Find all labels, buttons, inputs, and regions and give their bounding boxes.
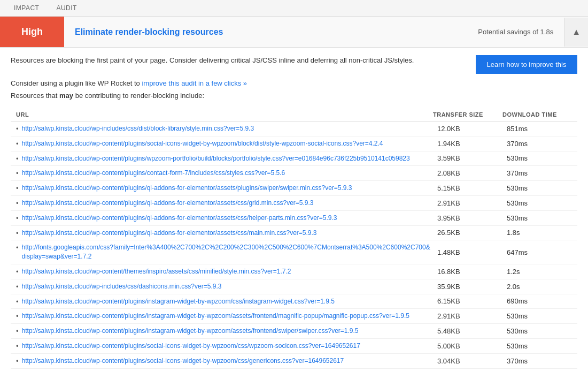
bullet-icon: • bbox=[16, 125, 19, 133]
size-cell: 5.00KB bbox=[433, 342, 502, 350]
table-row: • http://salwp.kinsta.cloud/wp-content/p… bbox=[11, 309, 577, 324]
table-row: • http://salwp.kinsta.cloud/wp-includes/… bbox=[11, 279, 577, 294]
time-cell: 530ms bbox=[502, 342, 577, 350]
url-link[interactable]: http://salwp.kinsta.cloud/wp-content/plu… bbox=[22, 199, 314, 208]
size-cell: 26.5KB bbox=[433, 229, 502, 237]
url-link[interactable]: http://salwp.kinsta.cloud/wp-content/plu… bbox=[22, 341, 360, 351]
col-time: DOWNLOAD TIME bbox=[502, 111, 577, 118]
table-row: • http://salwp.kinsta.cloud/wp-content/p… bbox=[11, 324, 577, 339]
url-link[interactable]: http://salwp.kinsta.cloud/wp-content/plu… bbox=[22, 312, 409, 321]
collapse-button[interactable]: ▲ bbox=[564, 18, 588, 47]
table-row: • http://salwp.kinsta.cloud/wp-content/p… bbox=[11, 151, 577, 166]
url-link[interactable]: http://salwp.kinsta.cloud/wp-content/plu… bbox=[22, 154, 410, 163]
col-size: TRANSFER SIZE bbox=[433, 111, 502, 118]
bullet-icon: • bbox=[16, 283, 19, 291]
size-cell: 3.04KB bbox=[433, 357, 502, 365]
url-cell: • http://salwp.kinsta.cloud/wp-includes/… bbox=[16, 124, 433, 133]
time-cell: 530ms bbox=[502, 327, 577, 335]
time-cell: 530ms bbox=[502, 214, 577, 222]
bullet-icon: • bbox=[16, 298, 19, 306]
size-cell: 35.9KB bbox=[433, 283, 502, 291]
url-link[interactable]: http://salwp.kinsta.cloud/wp-content/plu… bbox=[22, 356, 344, 366]
url-cell: • http://salwp.kinsta.cloud/wp-content/t… bbox=[16, 267, 433, 276]
time-cell: 1.8s bbox=[502, 229, 577, 237]
time-cell: 370ms bbox=[502, 357, 577, 365]
size-cell: 2.91KB bbox=[433, 312, 502, 320]
table-row: • http://salwp.kinsta.cloud/wp-includes/… bbox=[11, 122, 577, 136]
url-link[interactable]: http://salwp.kinsta.cloud/wp-content/plu… bbox=[22, 139, 383, 148]
bullet-icon: • bbox=[16, 357, 19, 365]
bullet-icon: • bbox=[16, 229, 19, 237]
url-link[interactable]: http://salwp.kinsta.cloud/wp-content/plu… bbox=[22, 327, 359, 336]
url-link[interactable]: http://salwp.kinsta.cloud/wp-includes/cs… bbox=[22, 282, 222, 291]
table-row: • http://fonts.googleapis.com/css?family… bbox=[11, 240, 577, 264]
table-row: • http://salwp.kinsta.cloud/wp-content/p… bbox=[11, 226, 577, 241]
audit-title: Eliminate render-blocking resources bbox=[64, 27, 467, 37]
bullet-icon: • bbox=[16, 184, 19, 192]
table-row: • http://salwp.kinsta.cloud/wp-content/p… bbox=[11, 354, 577, 369]
time-cell: 530ms bbox=[502, 199, 577, 207]
high-badge: High bbox=[0, 17, 64, 47]
bullet-icon: • bbox=[16, 244, 19, 252]
may-bold: may bbox=[59, 92, 73, 100]
url-link[interactable]: http://salwp.kinsta.cloud/wp-content/plu… bbox=[22, 184, 352, 193]
time-cell: 2.0s bbox=[502, 283, 577, 291]
url-cell: • http://salwp.kinsta.cloud/wp-content/p… bbox=[16, 356, 433, 366]
tab-impact[interactable]: IMPACT bbox=[5, 0, 48, 16]
plugin-link[interactable]: improve this audit in a few clicks » bbox=[142, 79, 247, 87]
savings-text: Potential savings of 1.8s bbox=[467, 28, 564, 36]
size-cell: 6.15KB bbox=[433, 297, 502, 305]
size-cell: 2.91KB bbox=[433, 199, 502, 207]
bullet-icon: • bbox=[16, 140, 19, 148]
size-cell: 5.48KB bbox=[433, 327, 502, 335]
url-cell: • http://salwp.kinsta.cloud/wp-content/p… bbox=[16, 214, 433, 223]
bullet-icon: • bbox=[16, 268, 19, 276]
time-cell: 1.2s bbox=[502, 268, 577, 276]
url-cell: • http://salwp.kinsta.cloud/wp-content/p… bbox=[16, 154, 433, 163]
url-cell: • http://salwp.kinsta.cloud/wp-content/p… bbox=[16, 327, 433, 336]
size-cell: 16.8KB bbox=[433, 268, 502, 276]
size-cell: 3.59KB bbox=[433, 154, 502, 162]
url-link[interactable]: http://salwp.kinsta.cloud/wp-content/plu… bbox=[22, 229, 317, 238]
may-suffix: be contributing to render-blocking inclu… bbox=[73, 92, 204, 100]
url-link[interactable]: http://salwp.kinsta.cloud/wp-content/the… bbox=[22, 267, 291, 276]
time-cell: 370ms bbox=[502, 169, 577, 177]
size-cell: 2.08KB bbox=[433, 169, 502, 177]
learn-button[interactable]: Learn how to improve this bbox=[476, 55, 577, 74]
url-cell: • http://salwp.kinsta.cloud/wp-content/p… bbox=[16, 184, 433, 193]
content-area: Resources are blocking the first paint o… bbox=[0, 48, 588, 372]
url-link[interactable]: http://fonts.googleapis.com/css?family=I… bbox=[22, 243, 433, 261]
table-row: • http://salwp.kinsta.cloud/wp-content/p… bbox=[11, 136, 577, 151]
resources-table: URL TRANSFER SIZE DOWNLOAD TIME • http:/… bbox=[11, 108, 577, 369]
table-row: • http://salwp.kinsta.cloud/wp-content/p… bbox=[11, 339, 577, 354]
time-cell: 690ms bbox=[502, 297, 577, 305]
url-cell: • http://salwp.kinsta.cloud/wp-content/p… bbox=[16, 312, 433, 321]
time-cell: 530ms bbox=[502, 312, 577, 320]
bullet-icon: • bbox=[16, 199, 19, 207]
url-link[interactable]: http://salwp.kinsta.cloud/wp-includes/cs… bbox=[22, 124, 254, 133]
size-cell: 3.95KB bbox=[433, 214, 502, 222]
plugin-prefix: Consider using a plugin like WP Rocket t… bbox=[11, 79, 142, 87]
tab-audit[interactable]: AUDIT bbox=[48, 0, 86, 16]
url-link[interactable]: http://salwp.kinsta.cloud/wp-content/plu… bbox=[22, 214, 337, 223]
time-cell: 530ms bbox=[502, 184, 577, 192]
url-cell: • http://salwp.kinsta.cloud/wp-includes/… bbox=[16, 282, 433, 291]
url-cell: • http://fonts.googleapis.com/css?family… bbox=[16, 243, 433, 261]
time-cell: 851ms bbox=[502, 125, 577, 133]
bullet-icon: • bbox=[16, 342, 19, 350]
table-row: • http://salwp.kinsta.cloud/wp-content/p… bbox=[11, 166, 577, 181]
bullet-icon: • bbox=[16, 327, 19, 335]
bullet-icon: • bbox=[16, 214, 19, 222]
time-cell: 647ms bbox=[502, 248, 577, 256]
bullet-icon: • bbox=[16, 169, 19, 177]
url-cell: • http://salwp.kinsta.cloud/wp-content/p… bbox=[16, 199, 433, 208]
table-row: • http://salwp.kinsta.cloud/wp-content/p… bbox=[11, 211, 577, 226]
url-link[interactable]: http://salwp.kinsta.cloud/wp-content/plu… bbox=[22, 169, 285, 178]
url-cell: • http://salwp.kinsta.cloud/wp-content/p… bbox=[16, 297, 433, 306]
url-link[interactable]: http://salwp.kinsta.cloud/wp-content/plu… bbox=[22, 297, 335, 306]
table-body: • http://salwp.kinsta.cloud/wp-includes/… bbox=[11, 122, 577, 369]
size-cell: 1.48KB bbox=[433, 248, 502, 256]
table-row: • http://salwp.kinsta.cloud/wp-content/t… bbox=[11, 264, 577, 279]
bullet-icon: • bbox=[16, 312, 19, 320]
table-row: • http://salwp.kinsta.cloud/wp-content/p… bbox=[11, 181, 577, 196]
